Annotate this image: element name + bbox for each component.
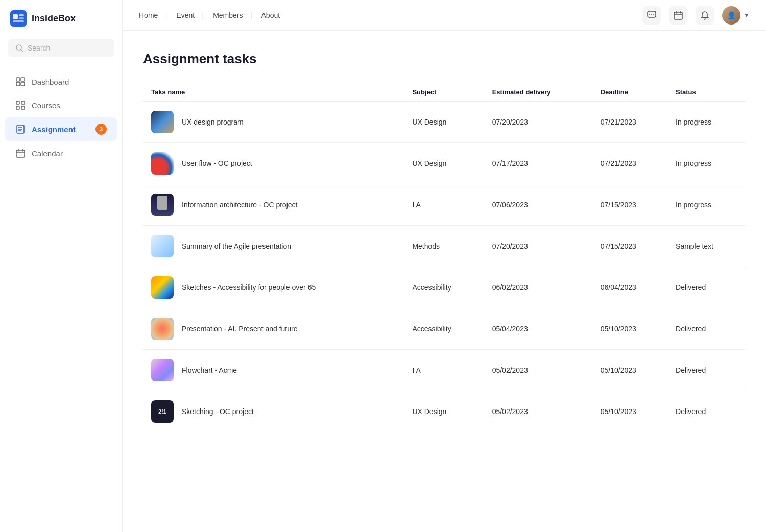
col-header-estimated-delivery: Estimated delivery: [484, 83, 592, 102]
svg-point-25: [651, 14, 652, 15]
task-est-delivery: 06/02/2023: [484, 267, 592, 308]
task-subject: UX Design: [404, 391, 484, 432]
table-row[interactable]: Information architecture - OC projectI A…: [143, 184, 746, 226]
svg-point-26: [653, 14, 654, 15]
calendar-icon-button[interactable]: [669, 6, 687, 25]
table-row[interactable]: Flowchart - AcmeI A05/02/202305/10/2023D…: [143, 350, 746, 391]
bell-icon: [700, 11, 709, 20]
task-est-delivery: 07/20/2023: [484, 102, 592, 143]
task-est-delivery: 05/02/2023: [484, 350, 592, 391]
task-status: In progress: [667, 143, 746, 184]
task-name: Presentation - AI. Present and future: [182, 325, 297, 333]
table-row[interactable]: Presentation - AI. Present and futureAcc…: [143, 308, 746, 350]
task-name-cell: Flowchart - Acme: [143, 350, 404, 391]
chat-icon: [647, 11, 656, 20]
task-thumbnail: [151, 276, 174, 299]
calendar-icon: [674, 11, 683, 20]
svg-rect-7: [16, 78, 20, 81]
sidebar-item-label: Dashboard: [32, 78, 69, 86]
col-header-status: Status: [667, 83, 746, 102]
brand-name: InsideBox: [32, 13, 76, 24]
task-name: Sketching - OC project: [182, 407, 254, 416]
task-deadline: 05/10/2023: [592, 308, 667, 350]
sidebar: InsideBox Search Dashboard Courses Assig…: [0, 0, 123, 532]
task-name-cell: UX design program: [143, 102, 404, 143]
task-thumbnail: [151, 111, 174, 133]
bell-icon-button[interactable]: [696, 6, 714, 25]
task-name: Flowchart - Acme: [182, 366, 237, 374]
task-status: Delivered: [667, 391, 746, 432]
table-row[interactable]: Summary of the Agile presentationMethods…: [143, 226, 746, 267]
sidebar-item-calendar[interactable]: Calendar: [5, 142, 117, 164]
task-subject: Methods: [404, 226, 484, 267]
chevron-down-icon: ▼: [744, 12, 750, 19]
task-name-cell: Information architecture - OC project: [143, 184, 404, 226]
col-header-deadline: Deadline: [592, 83, 667, 102]
task-thumbnail: [151, 152, 174, 175]
svg-rect-10: [21, 82, 25, 86]
svg-rect-13: [16, 106, 19, 109]
task-subject: Accessibility: [404, 308, 484, 350]
sidebar-item-label: Courses: [32, 101, 60, 110]
assignment-icon: [15, 124, 26, 134]
logo-area: InsideBox: [0, 10, 122, 39]
sidebar-item-dashboard[interactable]: Dashboard: [5, 70, 117, 93]
task-status: In progress: [667, 184, 746, 226]
search-box[interactable]: Search: [8, 39, 114, 57]
task-thumbnail: [151, 359, 174, 381]
top-nav-links: HomeEventMembersAbout: [139, 11, 642, 19]
task-subject: I A: [404, 184, 484, 226]
svg-rect-12: [21, 101, 25, 104]
task-subject: I A: [404, 350, 484, 391]
task-name: User flow - OC project: [182, 159, 252, 167]
task-table: Taks nameSubjectEstimated deliveryDeadli…: [143, 83, 746, 432]
svg-line-6: [21, 50, 23, 52]
task-thumbnail: [151, 194, 174, 216]
chat-icon-button[interactable]: [642, 6, 661, 25]
task-status: Delivered: [667, 267, 746, 308]
topnav-link-home[interactable]: Home: [139, 11, 167, 19]
sidebar-item-label: Calendar: [32, 149, 63, 158]
task-thumbnail: [151, 235, 174, 257]
col-header-taks-name: Taks name: [143, 83, 404, 102]
task-deadline: 06/04/2023: [592, 267, 667, 308]
svg-rect-3: [19, 17, 24, 19]
dashboard-icon: [15, 77, 26, 87]
topnav-link-about[interactable]: About: [252, 11, 290, 19]
sidebar-item-courses[interactable]: Courses: [5, 94, 117, 116]
task-name: Summary of the Agile presentation: [182, 242, 291, 250]
svg-rect-19: [16, 150, 25, 157]
table-row[interactable]: UX design programUX Design07/20/202307/2…: [143, 102, 746, 143]
calendar-icon: [15, 148, 26, 158]
topnav-link-members[interactable]: Members: [204, 11, 252, 19]
table-row[interactable]: 2!1Sketching - OC projectUX Design05/02/…: [143, 391, 746, 432]
topnav-link-event[interactable]: Event: [167, 11, 204, 19]
table-row[interactable]: Sketches - Accessibility for people over…: [143, 267, 746, 308]
sidebar-item-assignment[interactable]: Assignment 3: [5, 117, 117, 141]
top-nav: HomeEventMembersAbout: [123, 0, 766, 31]
svg-rect-8: [21, 78, 25, 81]
task-name-cell: Summary of the Agile presentation: [143, 226, 404, 267]
task-subject: Accessibility: [404, 267, 484, 308]
table-row[interactable]: User flow - OC projectUX Design07/17/202…: [143, 143, 746, 184]
task-name: Sketches - Accessibility for people over…: [182, 283, 316, 292]
task-name-cell: Presentation - AI. Present and future: [143, 308, 404, 350]
col-header-subject: Subject: [404, 83, 484, 102]
task-name-cell: Sketches - Accessibility for people over…: [143, 267, 404, 308]
task-name: Information architecture - OC project: [182, 201, 297, 209]
task-name: UX design program: [182, 118, 244, 126]
avatar: 👤: [722, 6, 740, 25]
page-title: Assignment tasks: [143, 51, 746, 67]
task-est-delivery: 07/20/2023: [484, 226, 592, 267]
task-name-cell: User flow - OC project: [143, 143, 404, 184]
search-icon: [15, 44, 23, 52]
svg-rect-2: [19, 14, 24, 16]
task-est-delivery: 07/17/2023: [484, 143, 592, 184]
task-thumbnail: [151, 318, 174, 340]
task-name-cell: 2!1Sketching - OC project: [143, 391, 404, 432]
main-content: Assignment tasks Taks nameSubjectEstimat…: [123, 31, 766, 532]
task-deadline: 05/10/2023: [592, 391, 667, 432]
task-status: Delivered: [667, 350, 746, 391]
task-subject: UX Design: [404, 143, 484, 184]
user-avatar-button[interactable]: 👤 ▼: [722, 6, 750, 25]
